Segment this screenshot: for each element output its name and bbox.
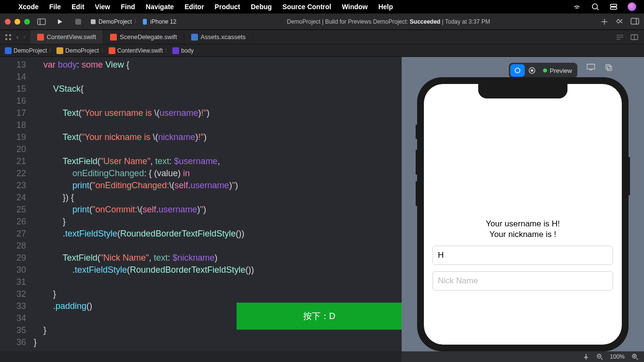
zoom-in-icon[interactable] [631,353,638,360]
menu-file[interactable]: File [49,3,61,11]
library-icon[interactable] [615,18,624,25]
swift-file-icon [110,34,117,41]
project-icon [5,47,12,54]
selectable-preview-icon[interactable] [525,64,539,77]
property-icon [172,47,179,54]
menubar-app[interactable]: Xcode [18,3,39,11]
menu-help[interactable]: Help [378,3,393,11]
svg-point-16 [515,68,520,73]
window-minimize[interactable] [14,19,20,25]
spotlight-icon[interactable] [591,2,600,11]
preview-toolbar: Preview [509,63,577,78]
scheme-project: DemoProject [98,18,132,25]
code-editor[interactable]: 1314151617181920212223242526272829303132… [0,57,402,351]
inspector-toggle-icon[interactable] [630,18,639,25]
username-label: Your username is H! [433,219,613,229]
tab-assets[interactable]: Assets.xcassets [184,30,253,44]
stop-button[interactable] [71,16,85,27]
svg-rect-19 [587,64,595,69]
svg-rect-20 [606,65,610,69]
svg-rect-5 [75,19,81,25]
menu-product[interactable]: Product [215,3,240,11]
menu-editor[interactable]: Editor [184,3,204,11]
xcode-toolbar: DemoProject 〉 iPhone 12 DemoProject | Bu… [0,14,644,30]
adjust-editor-icon[interactable] [630,34,638,40]
svg-point-18 [531,70,533,71]
svg-rect-11 [5,38,7,40]
line-gutter: 1314151617181920212223242526272829303132… [0,57,34,351]
zoom-out-icon[interactable] [596,353,603,360]
window-controls [5,19,30,25]
window-close[interactable] [5,19,11,25]
svg-rect-7 [143,19,147,25]
svg-rect-1 [610,4,617,7]
siri-icon[interactable] [628,2,636,11]
svg-rect-3 [38,19,45,25]
jump-bar[interactable]: DemoProject〉 DemoProject〉 ContentView.sw… [0,44,644,57]
menu-navigate[interactable]: Navigate [146,3,174,11]
scheme-device: iPhone 12 [150,18,176,25]
device-frame: Your username is H! Your nickname is ! H… [417,77,629,351]
tab-scenedelegate[interactable]: SceneDelegate.swift [103,30,184,44]
svg-point-0 [592,4,598,9]
menu-edit[interactable]: Edit [71,3,84,11]
nickname-field[interactable]: Nick Name [433,271,613,291]
svg-rect-12 [9,34,11,36]
menu-window[interactable]: Window [342,3,368,11]
menu-source-control[interactable]: Source Control [282,3,331,11]
canvas-bottombar: 100% [402,351,644,362]
add-icon[interactable] [601,18,608,26]
app-preview-content: Your username is H! Your nickname is ! H… [424,84,622,291]
nickname-label: Your nickname is ! [433,230,613,239]
folder-icon [56,47,63,54]
macos-menubar: Xcode File Edit View Find Navigate Edito… [0,0,644,14]
control-center-icon[interactable] [609,2,618,11]
svg-rect-2 [610,7,617,10]
assets-file-icon [191,34,198,41]
minimap-icon[interactable] [616,34,624,40]
live-preview-icon[interactable] [510,64,525,77]
device-screen[interactable]: Your username is H! Your nickname is ! H… [424,84,622,345]
run-button[interactable] [53,16,67,27]
keypress-overlay: 按下：D [237,303,402,330]
tab-contentview[interactable]: ContentView.swift [30,30,103,44]
navigator-toggle-icon[interactable] [35,16,48,27]
scheme-selector[interactable]: DemoProject 〉 iPhone 12 [90,17,176,26]
zoom-level[interactable]: 100% [610,353,625,360]
preview-status[interactable]: Preview [539,67,576,74]
window-zoom[interactable] [24,19,30,25]
swift-file-icon [37,34,44,41]
main-area: 1314151617181920212223242526272829303132… [0,57,644,351]
pin-icon[interactable] [583,353,589,360]
related-items-icon[interactable] [5,34,12,41]
preview-duplicate-icon[interactable] [604,63,613,74]
preview-device-icon[interactable] [586,63,596,71]
svg-rect-13 [9,38,11,40]
nav-back-icon[interactable]: ‹ [16,33,18,41]
editor-tabbar: ‹ › ContentView.swift SceneDelegate.swif… [0,30,644,44]
menu-debug[interactable]: Debug [251,3,272,11]
device-notch [478,84,568,98]
svg-rect-8 [631,18,639,24]
username-field[interactable]: H [433,246,613,265]
svg-rect-21 [607,66,612,70]
editor-bottom-strip [0,351,402,362]
menu-find[interactable]: Find [121,3,135,11]
swift-file-icon [109,47,115,54]
activity-status: DemoProject | Build for Previews DemoPro… [181,18,596,25]
svg-rect-6 [91,19,96,24]
canvas-preview: Preview Your username is H! Your nicknam… [402,57,644,351]
status-dot-icon [543,69,547,72]
svg-rect-10 [5,34,7,36]
menu-view[interactable]: View [95,3,111,11]
nav-forward-icon[interactable]: › [23,33,25,41]
wifi-icon[interactable] [573,2,581,11]
